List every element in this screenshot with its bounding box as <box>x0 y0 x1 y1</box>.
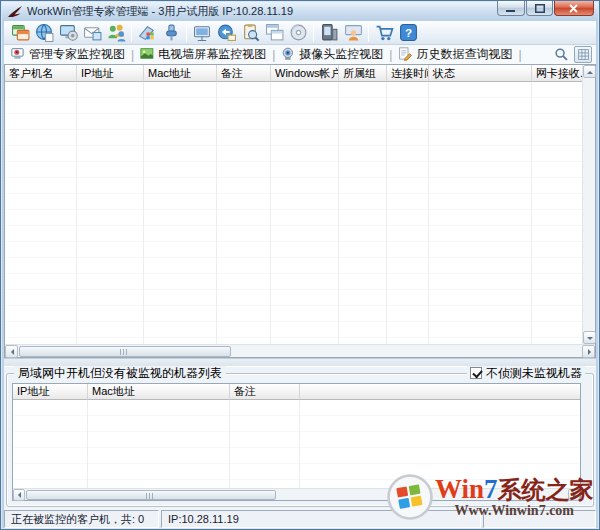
app-window-button[interactable] <box>8 22 32 44</box>
usb-plug-button[interactable] <box>159 22 183 44</box>
client-horizontal-scrollbar[interactable] <box>5 344 595 357</box>
internet-icon <box>35 23 54 42</box>
svg-text:?: ? <box>404 26 411 39</box>
watermark: Win7系统之家 Www.Winwin7.com <box>387 468 597 526</box>
no-detect-checkbox-row: 不侦测未监视机器 <box>467 366 585 380</box>
grid-column-line <box>386 82 387 344</box>
windows-logo-icon <box>387 474 433 520</box>
toolbar-separator <box>186 24 187 42</box>
operator-icon <box>344 23 363 42</box>
status-clients-panel: 正在被监控的客户机，共: 0 <box>4 510 159 528</box>
tab-separator: | <box>131 48 134 62</box>
grid-column-line <box>270 82 271 344</box>
screen-monitor-icon <box>193 23 212 42</box>
workwin-logo-icon <box>7 5 23 19</box>
grid-column-line <box>87 400 88 488</box>
maximize-icon <box>535 4 545 13</box>
audit-search-button[interactable] <box>238 22 262 44</box>
screen-monitor-button[interactable] <box>190 22 214 44</box>
column-header[interactable]: Mac地址 <box>144 65 217 82</box>
toolbar-separator <box>131 24 132 42</box>
tab-history[interactable]: 历史数据查询视图 <box>396 46 514 63</box>
scroll-left-button[interactable] <box>13 489 25 501</box>
scroll-left-button[interactable] <box>5 345 18 358</box>
tv-wall-icon <box>140 47 155 62</box>
column-header[interactable]: 备注 <box>230 384 300 400</box>
notebook-device-button[interactable] <box>317 22 341 44</box>
search-button[interactable] <box>552 46 570 63</box>
tab-camera[interactable]: 摄像头监控视图 <box>279 46 385 63</box>
tab-tvwall[interactable]: 电视墙屏幕监控视图 <box>138 46 268 63</box>
internet-button[interactable] <box>32 22 56 44</box>
grid-view-button[interactable] <box>574 46 592 63</box>
tab-label: 历史数据查询视图 <box>416 46 512 63</box>
column-header[interactable]: IP地址 <box>77 65 144 82</box>
disc-monitor-icon <box>289 23 308 42</box>
mail-forward-button[interactable] <box>214 22 238 44</box>
toolbar-separator <box>368 24 369 42</box>
notebook-device-icon <box>320 23 339 42</box>
column-header[interactable]: 所属组 <box>339 65 387 82</box>
audit-search-icon <box>241 23 260 42</box>
help-icon: ? <box>399 23 418 42</box>
column-header[interactable]: Windows帐户 <box>271 65 339 82</box>
grid-column-line <box>299 400 300 488</box>
grid-column-line <box>531 82 532 344</box>
grid-column-line <box>338 82 339 344</box>
watermark-brand: Win7系统之家 <box>435 476 594 503</box>
monitor-eye-icon <box>11 47 26 62</box>
column-header[interactable] <box>300 384 580 400</box>
tab-expert[interactable]: 管理专家监控视图 <box>9 46 127 63</box>
no-detect-checkbox[interactable] <box>470 367 482 379</box>
remote-computer-icon <box>138 23 157 42</box>
status-ip-text: IP:10.28.11.19 <box>168 513 239 525</box>
help-button[interactable]: ? <box>396 22 420 44</box>
disc-monitor-button[interactable] <box>286 22 310 44</box>
app-window-icon <box>11 23 30 42</box>
scroll-up-button[interactable] <box>583 65 596 78</box>
history-doc-icon <box>398 47 413 62</box>
window-layers-icon <box>265 23 284 42</box>
minimize-icon <box>506 4 516 13</box>
status-clients-text: 正在被监控的客户机，共: 0 <box>11 512 144 527</box>
tab-separator: | <box>518 48 521 62</box>
client-table-body[interactable] <box>5 82 582 344</box>
tab-separator: | <box>272 48 275 62</box>
scrollbar-thumb[interactable] <box>19 346 231 357</box>
operator-button[interactable] <box>341 22 365 44</box>
shopping-cart-button[interactable] <box>372 22 396 44</box>
column-header[interactable]: Mac地址 <box>88 384 230 400</box>
column-header[interactable]: IP地址 <box>13 384 88 400</box>
no-detect-checkbox-label: 不侦测未监视机器 <box>486 366 582 380</box>
maximize-button[interactable] <box>526 1 553 16</box>
mail-forward-icon <box>217 23 236 42</box>
column-header[interactable]: 客户机名 <box>5 65 77 82</box>
column-header[interactable]: 连接时间 <box>387 65 429 82</box>
client-table-header: 客户机名IP地址Mac地址备注Windows帐户所属组连接时间状态网卡接收... <box>5 65 582 82</box>
mail-button[interactable] <box>80 22 104 44</box>
column-header[interactable]: 网卡接收... <box>532 65 582 82</box>
monitor-settings-button[interactable] <box>56 22 80 44</box>
remote-computer-button[interactable] <box>135 22 159 44</box>
column-header[interactable]: 备注 <box>217 65 271 82</box>
grid-icon <box>577 48 590 61</box>
main-toolbar: ? <box>4 21 596 45</box>
groupbox-title: 局域网中开机但没有被监视的机器列表 <box>14 366 226 380</box>
window-title: WorkWin管理专家管理端 - 3用户试用版 IP:10.28.11.19 <box>27 4 293 19</box>
users-button[interactable] <box>104 22 128 44</box>
shopping-cart-icon <box>375 23 394 42</box>
client-listview: 客户机名IP地址Mac地址备注Windows帐户所属组连接时间状态网卡接收... <box>4 64 596 358</box>
window-layers-button[interactable] <box>262 22 286 44</box>
tab-label: 电视墙屏幕监控视图 <box>158 46 266 63</box>
tab-label: 管理专家监控视图 <box>29 46 125 63</box>
grid-column-line <box>428 82 429 344</box>
scrollbar-thumb[interactable] <box>26 490 276 500</box>
scroll-right-button[interactable] <box>582 345 595 358</box>
client-vertical-scrollbar[interactable] <box>582 65 595 344</box>
close-button[interactable] <box>554 1 594 16</box>
minimize-button[interactable] <box>497 1 525 16</box>
column-header[interactable]: 状态 <box>429 65 532 82</box>
scroll-down-button[interactable] <box>583 331 596 344</box>
mail-icon <box>83 23 102 42</box>
tab-label: 摄像头监控视图 <box>299 46 383 63</box>
